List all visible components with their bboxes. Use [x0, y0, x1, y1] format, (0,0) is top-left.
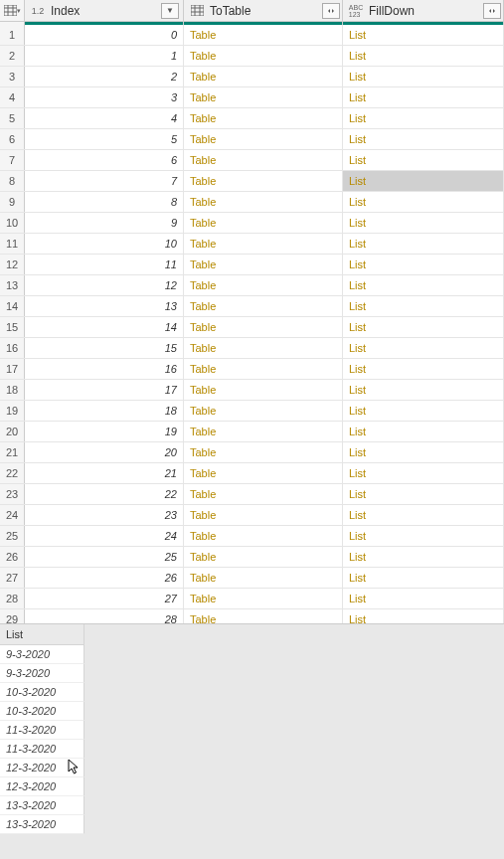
table-row[interactable]: 2120TableList	[0, 442, 504, 463]
table-row[interactable]: 32TableList	[0, 67, 504, 87]
cell-totable-link[interactable]: Table	[184, 213, 343, 233]
table-row[interactable]: 1312TableList	[0, 275, 504, 296]
table-row[interactable]: 98TableList	[0, 192, 504, 213]
list-item[interactable]: 11-3-2020	[0, 740, 84, 759]
cell-index[interactable]: 23	[25, 505, 184, 525]
cell-filldown-link[interactable]: List	[343, 67, 504, 86]
row-number[interactable]: 23	[0, 484, 25, 504]
cell-filldown-link[interactable]: List	[343, 129, 504, 149]
row-number[interactable]: 29	[0, 609, 25, 624]
cell-totable-link[interactable]: Table	[184, 589, 343, 608]
row-number[interactable]: 1	[0, 25, 25, 45]
cell-totable-link[interactable]: Table	[184, 338, 343, 358]
row-number[interactable]: 11	[0, 234, 25, 254]
row-number[interactable]: 22	[0, 463, 25, 483]
cell-filldown-link[interactable]: List	[343, 255, 504, 274]
cell-filldown-link[interactable]: List	[343, 484, 504, 504]
cell-index[interactable]: 20	[25, 442, 184, 462]
cell-filldown-link[interactable]: List	[343, 171, 504, 191]
cell-totable-link[interactable]: Table	[184, 568, 343, 588]
cell-totable-link[interactable]: Table	[184, 422, 343, 441]
cell-index[interactable]: 22	[25, 484, 184, 504]
cell-index[interactable]: 4	[25, 108, 184, 128]
cell-filldown-link[interactable]: List	[343, 359, 504, 379]
cell-totable-link[interactable]: Table	[184, 526, 343, 546]
table-row[interactable]: 2928TableList	[0, 609, 504, 624]
table-row[interactable]: 2726TableList	[0, 568, 504, 589]
table-row[interactable]: 2625TableList	[0, 547, 504, 568]
expand-column-icon[interactable]	[322, 3, 340, 19]
cell-index[interactable]: 5	[25, 129, 184, 149]
cell-totable-link[interactable]: Table	[184, 547, 343, 567]
expand-column-icon[interactable]	[483, 3, 501, 19]
row-number[interactable]: 25	[0, 526, 25, 546]
table-row[interactable]: 76TableList	[0, 150, 504, 171]
cell-totable-link[interactable]: Table	[184, 67, 343, 86]
table-row[interactable]: 43TableList	[0, 87, 504, 108]
cell-filldown-link[interactable]: List	[343, 234, 504, 254]
row-number[interactable]: 13	[0, 275, 25, 295]
cell-filldown-link[interactable]: List	[343, 213, 504, 233]
cell-totable-link[interactable]: Table	[184, 171, 343, 191]
cell-index[interactable]: 3	[25, 87, 184, 107]
table-row[interactable]: 87TableList	[0, 171, 504, 192]
table-row[interactable]: 21TableList	[0, 46, 504, 67]
cell-totable-link[interactable]: Table	[184, 25, 343, 45]
list-item[interactable]: 9-3-2020	[0, 645, 84, 664]
table-row[interactable]: 65TableList	[0, 129, 504, 150]
cell-filldown-link[interactable]: List	[343, 589, 504, 608]
cell-totable-link[interactable]: Table	[184, 359, 343, 379]
cell-filldown-link[interactable]: List	[343, 275, 504, 295]
row-number[interactable]: 28	[0, 589, 25, 608]
table-row[interactable]: 1211TableList	[0, 255, 504, 275]
cell-filldown-link[interactable]: List	[343, 526, 504, 546]
select-all-corner[interactable]: ▾	[0, 0, 25, 21]
table-row[interactable]: 54TableList	[0, 108, 504, 129]
row-number[interactable]: 21	[0, 442, 25, 462]
cell-totable-link[interactable]: Table	[184, 442, 343, 462]
table-row[interactable]: 1110TableList	[0, 234, 504, 255]
table-row[interactable]: 2019TableList	[0, 422, 504, 442]
table-row[interactable]: 2423TableList	[0, 505, 504, 526]
row-number[interactable]: 27	[0, 568, 25, 588]
cell-totable-link[interactable]: Table	[184, 255, 343, 274]
table-row[interactable]: 2221TableList	[0, 463, 504, 484]
cell-index[interactable]: 28	[25, 609, 184, 624]
cell-index[interactable]: 24	[25, 526, 184, 546]
table-row[interactable]: 109TableList	[0, 213, 504, 234]
cell-totable-link[interactable]: Table	[184, 275, 343, 295]
cell-filldown-link[interactable]: List	[343, 505, 504, 525]
cell-index[interactable]: 9	[25, 213, 184, 233]
cell-index[interactable]: 12	[25, 275, 184, 295]
list-item[interactable]: 9-3-2020	[0, 664, 84, 683]
cell-filldown-link[interactable]: List	[343, 380, 504, 400]
cell-filldown-link[interactable]: List	[343, 609, 504, 624]
cell-filldown-link[interactable]: List	[343, 46, 504, 66]
table-row[interactable]: 1716TableList	[0, 359, 504, 380]
row-number[interactable]: 10	[0, 213, 25, 233]
cell-totable-link[interactable]: Table	[184, 108, 343, 128]
list-item[interactable]: 13-3-2020	[0, 815, 84, 834]
column-header-index[interactable]: 1.2 Index ▼	[25, 0, 184, 21]
table-row[interactable]: 10TableList	[0, 25, 504, 46]
column-header-totable[interactable]: ToTable	[184, 0, 343, 21]
row-number[interactable]: 24	[0, 505, 25, 525]
cell-totable-link[interactable]: Table	[184, 484, 343, 504]
row-number[interactable]: 15	[0, 317, 25, 337]
cell-filldown-link[interactable]: List	[343, 150, 504, 170]
table-row[interactable]: 1817TableList	[0, 380, 504, 401]
cell-index[interactable]: 2	[25, 67, 184, 86]
row-number[interactable]: 4	[0, 87, 25, 107]
row-number[interactable]: 16	[0, 338, 25, 358]
table-row[interactable]: 1514TableList	[0, 317, 504, 338]
cell-filldown-link[interactable]: List	[343, 296, 504, 316]
list-item[interactable]: 12-3-2020	[0, 759, 84, 777]
cell-index[interactable]: 17	[25, 380, 184, 400]
cell-index[interactable]: 7	[25, 171, 184, 191]
cell-index[interactable]: 11	[25, 255, 184, 274]
cell-totable-link[interactable]: Table	[184, 129, 343, 149]
cell-index[interactable]: 18	[25, 401, 184, 421]
table-row[interactable]: 1615TableList	[0, 338, 504, 359]
row-number[interactable]: 12	[0, 255, 25, 274]
row-number[interactable]: 14	[0, 296, 25, 316]
